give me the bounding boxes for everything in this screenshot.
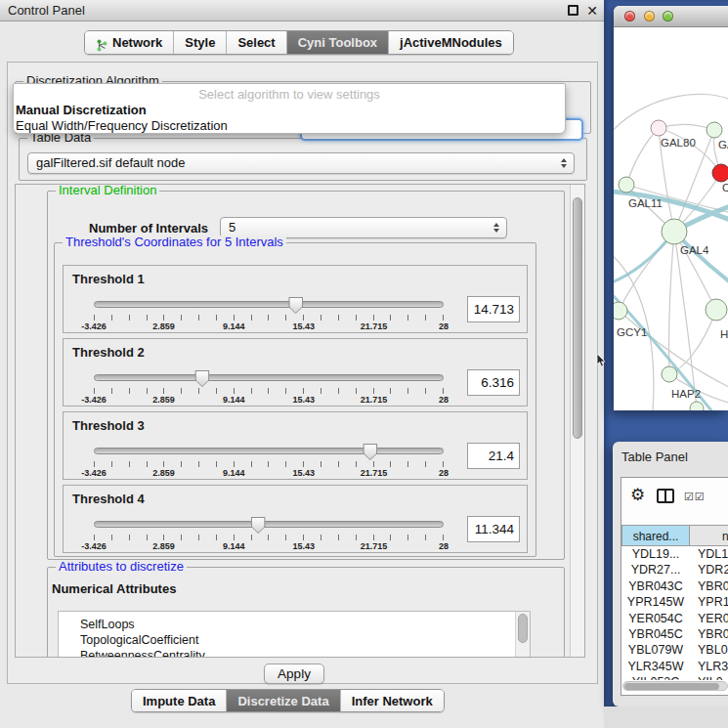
cell[interactable]: YBL079W <box>621 642 690 658</box>
cell[interactable]: YBR043C <box>621 578 690 594</box>
popup-item-manual-discretization[interactable]: Manual Discretization <box>14 103 565 118</box>
control-panel-window: Control Panel ✕ Network Style Select Cyn… <box>0 0 604 728</box>
node-ga[interactable] <box>707 122 722 138</box>
list-item[interactable]: TopologicalCoefficient <box>59 632 530 648</box>
cell[interactable]: YPR145W <box>621 594 690 610</box>
list-scrollbar[interactable] <box>515 612 530 658</box>
tab-cyni-toolbox[interactable]: Cyni Toolbox <box>286 31 388 54</box>
tab-network[interactable]: Network <box>85 31 173 54</box>
node-gal80[interactable] <box>651 120 666 136</box>
cell[interactable]: YBL0 <box>690 642 728 658</box>
table-data-combobox[interactable]: galFiltered.sif default node <box>27 152 575 174</box>
cell[interactable]: YDL1 <box>690 546 728 562</box>
table-row[interactable]: YPR145WYPR1 <box>621 594 728 610</box>
table-row[interactable]: YDL19...YDL1 <box>621 546 728 562</box>
table-header-row: shared... n <box>621 525 728 546</box>
cell[interactable]: YLR3 <box>690 659 728 674</box>
settings-scrollbar[interactable] <box>570 185 584 657</box>
node-label-c: C <box>722 182 728 193</box>
table-row[interactable]: YBR045CYBR0 <box>621 626 728 642</box>
threshold-2-value-field[interactable]: 6.316 <box>467 369 520 396</box>
popup-item-equal-width-frequency[interactable]: Equal Width/Frequency Discretization <box>14 118 565 134</box>
slider-tick-labels: -3.426 2.859 9.144 15.43 21.715 28 <box>94 321 444 332</box>
node-bottom[interactable] <box>690 402 704 410</box>
settings-scrollbar-thumb[interactable] <box>573 197 582 439</box>
table-row[interactable]: YLR345WYLR3 <box>621 659 728 674</box>
network-canvas[interactable]: GAL80 GA C GAL11 GAL4 GCY1 H HAP2 <box>614 27 728 410</box>
tab-impute-data[interactable]: Impute Data <box>132 690 226 711</box>
node-gal4[interactable] <box>662 219 687 244</box>
tick-label: 28 <box>439 541 449 551</box>
tick-label: 21.715 <box>361 321 388 331</box>
apply-button[interactable]: Apply <box>264 664 324 684</box>
cell[interactable]: YER0 <box>690 611 728 626</box>
slider-thumb[interactable] <box>363 444 377 460</box>
slider-track[interactable] <box>94 448 444 454</box>
threshold-coordinates-group: Threshold's Coordinates for 5 Intervals … <box>54 242 536 557</box>
cell[interactable]: YIL0 <box>690 674 723 680</box>
slider-thumb[interactable] <box>251 517 266 534</box>
cell[interactable]: YPR1 <box>690 594 728 610</box>
list-item[interactable]: BetweennessCentrality <box>59 648 530 658</box>
table-row[interactable]: YBL079WYBL0 <box>621 642 728 658</box>
list-scrollbar-thumb[interactable] <box>518 614 528 643</box>
table-row[interactable]: YIL052CYIL0 <box>621 674 728 680</box>
split-columns-icon[interactable] <box>657 489 674 503</box>
gear-icon[interactable]: ⚙ <box>630 485 645 505</box>
minimize-traffic-light-icon[interactable] <box>644 11 655 21</box>
table-rows: YDL19...YDL1 YDR27...YDR2 YBR043CYBR0 YP… <box>621 546 728 680</box>
close-traffic-light-icon[interactable] <box>624 11 635 21</box>
node-label-hap2: HAP2 <box>671 388 701 400</box>
table-horizontal-scrollbar-thumb[interactable] <box>624 683 719 690</box>
slider-thumb[interactable] <box>194 370 209 387</box>
slider-track[interactable] <box>94 374 444 381</box>
close-icon[interactable]: ✕ <box>586 2 598 20</box>
cell[interactable]: YDR27... <box>621 562 690 578</box>
node-hap2[interactable] <box>662 366 677 382</box>
table-horizontal-scrollbar[interactable] <box>622 681 728 691</box>
table-row[interactable]: YBR043CYBR0 <box>621 578 728 594</box>
node-highlighted[interactable] <box>712 164 728 182</box>
cell[interactable]: YDL19... <box>621 546 690 562</box>
tab-jactivemnodules[interactable]: jActiveMNodules <box>388 31 513 54</box>
tab-discretize-data[interactable]: Discretize Data <box>226 690 339 711</box>
float-window-icon[interactable] <box>568 5 578 16</box>
tab-select[interactable]: Select <box>226 31 285 54</box>
table-row[interactable]: YDR27...YDR2 <box>621 562 728 578</box>
threshold-3-slider[interactable]: -3.426 2.859 9.144 15.43 21.715 28 <box>94 445 444 476</box>
tick-label: 28 <box>439 468 449 478</box>
slider-track[interactable] <box>94 301 444 308</box>
cell[interactable]: YBR045C <box>621 626 690 642</box>
column-header-name[interactable]: n <box>689 525 728 546</box>
cell[interactable]: YER054C <box>621 611 690 626</box>
threshold-1-slider[interactable]: -3.426 2.859 9.144 15.43 21.715 28 <box>94 298 444 329</box>
node-gcy1[interactable] <box>614 302 627 320</box>
node-gal11[interactable] <box>619 177 634 193</box>
tick-label: 9.144 <box>223 321 245 331</box>
tick-label: -3.426 <box>81 468 107 478</box>
table-row[interactable]: YER054CYER0 <box>621 611 728 626</box>
tab-style[interactable]: Style <box>173 31 226 54</box>
numerical-attributes-list[interactable]: SelfLoops TopologicalCoefficient Between… <box>58 611 531 658</box>
cell[interactable]: YLR345W <box>621 659 690 674</box>
cell[interactable]: YBR0 <box>690 578 728 594</box>
threshold-1-value-field[interactable]: 14.713 <box>467 296 520 322</box>
threshold-4-value-field[interactable]: 11.344 <box>467 516 520 542</box>
threshold-4-slider[interactable]: -3.426 2.859 9.144 15.43 21.715 28 <box>94 518 444 549</box>
cell[interactable]: YBR0 <box>690 626 728 642</box>
tab-infer-network[interactable]: Infer Network <box>340 690 444 711</box>
threshold-3-value-field[interactable]: 21.4 <box>467 443 520 469</box>
slider-track[interactable] <box>94 521 444 528</box>
threshold-2-slider[interactable]: -3.426 2.859 9.144 15.43 21.715 28 <box>94 371 444 403</box>
slider-thumb[interactable] <box>288 297 303 314</box>
select-columns-checkboxes-icon[interactable]: ☑☑ <box>684 491 706 503</box>
column-header-shared-name[interactable]: shared... <box>621 525 690 546</box>
cell[interactable]: YDR2 <box>690 562 728 578</box>
screen: Control Panel ✕ Network Style Select Cyn… <box>0 0 728 728</box>
list-item[interactable]: SelfLoops <box>59 617 530 632</box>
node-h[interactable] <box>706 299 727 321</box>
tick-label: 15.43 <box>293 321 316 331</box>
zoom-traffic-light-icon[interactable] <box>663 11 673 21</box>
tab-jactivemnodules-label: jActiveMNodules <box>400 31 502 54</box>
cell[interactable]: YIL052C <box>621 674 690 680</box>
